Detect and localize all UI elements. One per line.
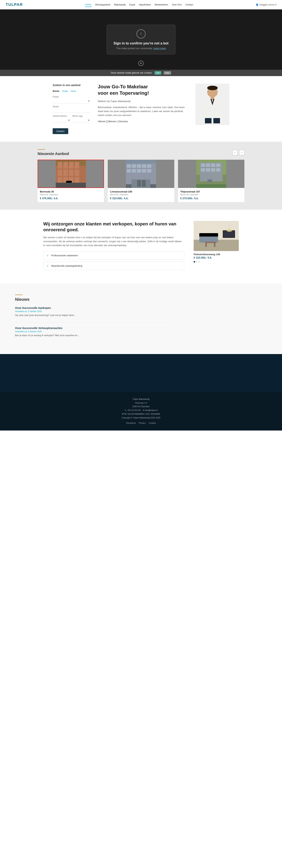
nav-over-ons[interactable]: Over Ons (172, 3, 182, 7)
main-content: Zoeken in ons aanbod Beide › Koop › Huur… (38, 76, 244, 142)
cookie-ok-button[interactable]: OK (154, 71, 161, 74)
svg-rect-42 (211, 163, 215, 167)
svg-rect-24 (132, 164, 136, 168)
svg-rect-47 (216, 168, 220, 172)
footer-company: Tulpar Makelaardij (4, 397, 278, 401)
cookie-nee-button[interactable]: Nee (164, 71, 171, 74)
rooms-field: Aantal kamers (52, 115, 71, 123)
service-item: ✓Waardevolle prijsbegeleiding (43, 261, 184, 270)
bot-title: Sign in to confirm you're not a bot (113, 41, 169, 45)
place-select[interactable] (52, 98, 90, 103)
svg-rect-40 (201, 163, 205, 167)
nav-expat[interactable]: Expat (129, 3, 136, 7)
footer-btw: BTW: NL026769669B64 | KvK: 80349680 (4, 412, 278, 416)
svg-rect-56 (223, 231, 235, 237)
svg-rect-3 (205, 118, 211, 123)
footer: Tulpar Makelaardij Vinkeveg 1 K 1506 HH … (0, 392, 282, 431)
place-field: Plaats (52, 95, 90, 103)
service-icon: ✓ (46, 264, 49, 268)
svg-rect-58 (205, 243, 207, 247)
living-field: Woon.opp (72, 115, 90, 123)
scroll-icon[interactable]: ▼ (138, 61, 144, 66)
nav-makelaardij[interactable]: Makelaardij (113, 3, 126, 7)
property-card[interactable]: Bermuda 30 Nieuw-W, Zaandam € 475.000,- … (38, 160, 104, 202)
news-item-excerpt: Ben je klaar om je woning te verkopen? M… (15, 334, 173, 337)
arrow-icon-2: › (69, 90, 70, 92)
logo-text: TULPAR (6, 2, 23, 7)
footer-links: DisclaimerPrivacyContact (4, 421, 278, 425)
street-input[interactable] (52, 108, 90, 113)
svg-rect-25 (137, 164, 141, 168)
intro-heading: Jouw Go-To Makelaar voor een Topervaring… (98, 84, 190, 96)
dot-3 (198, 261, 200, 262)
footer-link[interactable]: Privacy (139, 421, 146, 425)
nav-arrows: ← → (233, 150, 244, 155)
next-arrow[interactable]: → (239, 150, 244, 155)
services-property-info: Pinksterbloemweg 149 € 310.000,- k.k. (193, 253, 239, 259)
news-item: Onze Succesvolle Aankopen Geplaatst op: … (15, 306, 173, 317)
prev-arrow[interactable]: ← (233, 150, 238, 155)
service-label: Professionele netwerken (51, 254, 78, 257)
learn-more-link[interactable]: Learn more (153, 47, 166, 50)
nav-medewerkers[interactable]: Medewerkers (154, 3, 169, 7)
property-card[interactable]: Thijssestraat 167 Nieuw-W, Zaandam € 270… (178, 160, 244, 202)
footer-contact: 📞 015 20 20 531 ✉ info@tulpar.nl (4, 408, 278, 412)
property-price: € 310.000,- k.k. (110, 197, 172, 200)
news-item-title[interactable]: Onze Succesvolle Aankopen (15, 306, 173, 309)
nav-home[interactable]: Home (85, 2, 92, 7)
search-button[interactable]: Zoeken (52, 128, 68, 134)
property-address: Linnaeusstraat 230 (110, 190, 172, 193)
footer-phone: 015 20 20 531 (128, 409, 141, 411)
warning-icon: ! (137, 29, 145, 38)
search-title: Zoeken in ons aanbod (52, 84, 90, 87)
intro-welcome: Welkom bij Tulpar Makelaardij. (98, 99, 190, 103)
footer-copyright: Copyright © Tulpar Makelaardij 2024-2025 (4, 416, 278, 420)
svg-point-61 (226, 229, 232, 232)
svg-rect-59 (214, 243, 215, 247)
svg-rect-4 (213, 118, 220, 123)
living-label: Woon.opp (72, 115, 90, 117)
svg-rect-43 (216, 163, 220, 167)
intro-photo (196, 84, 230, 125)
svg-rect-44 (201, 168, 205, 172)
search-type-huur[interactable]: Huur (71, 90, 76, 92)
intro-description: Betrouwbaar, meedenkend, efficiënt – dat… (98, 105, 190, 117)
footer-link[interactable]: Disclaimer (126, 421, 136, 425)
login-link[interactable]: Inloggen move.nl (256, 3, 276, 6)
cookie-message: Deze website maakt gebruik van cookies. (111, 71, 152, 74)
svg-point-1 (207, 86, 218, 90)
interior-svg (193, 221, 239, 251)
news-title: Nieuws (15, 297, 173, 302)
services-heading: Wij ontzorgen onze klanten met verkopen,… (43, 221, 184, 232)
footer-dark (0, 354, 282, 392)
news-accent (15, 294, 23, 295)
footer-link[interactable]: Contact (149, 421, 156, 425)
logo: TULPAR (6, 2, 23, 7)
living-select[interactable] (72, 118, 90, 123)
nav-woningaanbod[interactable]: Woningaanbod (95, 3, 111, 7)
svg-rect-15 (58, 177, 62, 184)
svg-rect-10 (75, 162, 79, 168)
services-property-price: € 310.000,- k.k. (193, 256, 239, 259)
rooms-select[interactable] (52, 118, 71, 123)
svg-rect-57 (205, 242, 216, 243)
nav-hypotheken[interactable]: Hypotheken (139, 3, 151, 7)
svg-rect-48 (207, 180, 212, 182)
property-info: Thijssestraat 167 Nieuw-W, Zaandam € 270… (178, 188, 244, 202)
nav-contact[interactable]: Contact (185, 3, 193, 7)
properties-title: Nieuwste Aanbod (38, 152, 69, 156)
services-items: ✓Professionele netwerken✓Waardevolle pri… (43, 251, 184, 270)
property-image (108, 160, 174, 188)
services-description: We nemen u werk uit handen door u te hel… (43, 236, 184, 247)
service-label: Waardevolle prijsbegeleiding (51, 265, 82, 267)
bot-subtitle: This helps protect our community. Learn … (116, 47, 166, 50)
news-item-title[interactable]: Onze Succesvolle Verkooptransacties (15, 327, 173, 330)
street-field: Straat (52, 105, 90, 113)
place-label: Plaats (52, 95, 90, 98)
svg-rect-12 (63, 169, 68, 176)
search-type-koop[interactable]: Koop (62, 90, 68, 92)
search-sidebar: Zoeken in ons aanbod Beide › Koop › Huur… (52, 84, 90, 134)
property-card[interactable]: Linnaeusstraat 230 Nieuw-W, Zaandam € 31… (108, 160, 174, 202)
svg-rect-14 (75, 169, 79, 176)
svg-rect-54 (199, 233, 218, 237)
